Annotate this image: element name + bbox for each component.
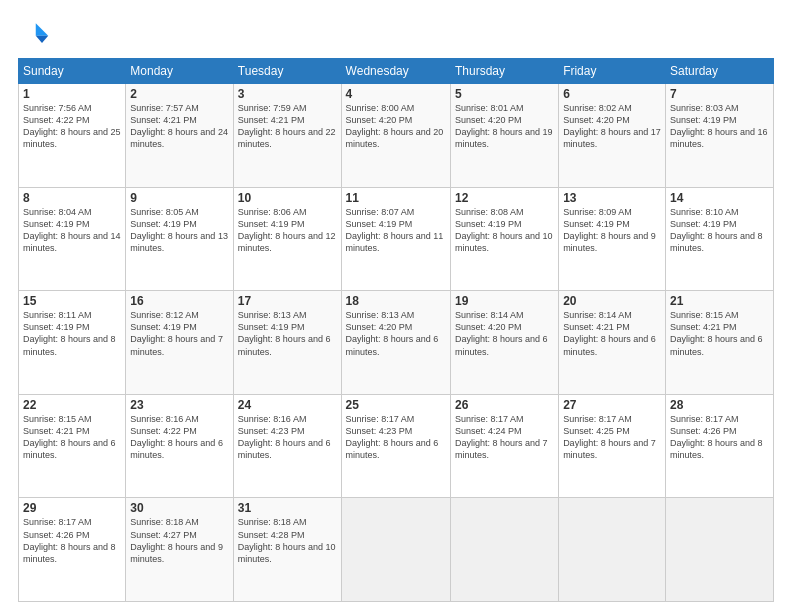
day-info: Sunrise: 7:57 AMSunset: 4:21 PMDaylight:… bbox=[130, 103, 228, 149]
day-cell: 25 Sunrise: 8:17 AMSunset: 4:23 PMDaylig… bbox=[341, 394, 450, 498]
day-info: Sunrise: 8:03 AMSunset: 4:19 PMDaylight:… bbox=[670, 103, 768, 149]
day-number: 22 bbox=[23, 398, 121, 412]
day-cell: 18 Sunrise: 8:13 AMSunset: 4:20 PMDaylig… bbox=[341, 291, 450, 395]
logo-icon bbox=[18, 18, 50, 50]
day-number: 24 bbox=[238, 398, 337, 412]
day-cell: 14 Sunrise: 8:10 AMSunset: 4:19 PMDaylig… bbox=[665, 187, 773, 291]
day-info: Sunrise: 8:18 AMSunset: 4:28 PMDaylight:… bbox=[238, 517, 336, 563]
day-info: Sunrise: 8:14 AMSunset: 4:20 PMDaylight:… bbox=[455, 310, 548, 356]
day-number: 4 bbox=[346, 87, 446, 101]
day-number: 12 bbox=[455, 191, 554, 205]
day-number: 26 bbox=[455, 398, 554, 412]
day-number: 15 bbox=[23, 294, 121, 308]
day-info: Sunrise: 8:06 AMSunset: 4:19 PMDaylight:… bbox=[238, 207, 336, 253]
weekday-header-friday: Friday bbox=[559, 59, 666, 84]
day-cell: 24 Sunrise: 8:16 AMSunset: 4:23 PMDaylig… bbox=[233, 394, 341, 498]
day-cell: 5 Sunrise: 8:01 AMSunset: 4:20 PMDayligh… bbox=[450, 84, 558, 188]
week-row-2: 8 Sunrise: 8:04 AMSunset: 4:19 PMDayligh… bbox=[19, 187, 774, 291]
day-cell: 20 Sunrise: 8:14 AMSunset: 4:21 PMDaylig… bbox=[559, 291, 666, 395]
day-cell: 4 Sunrise: 8:00 AMSunset: 4:20 PMDayligh… bbox=[341, 84, 450, 188]
day-info: Sunrise: 8:11 AMSunset: 4:19 PMDaylight:… bbox=[23, 310, 116, 356]
day-info: Sunrise: 8:15 AMSunset: 4:21 PMDaylight:… bbox=[670, 310, 763, 356]
day-cell: 19 Sunrise: 8:14 AMSunset: 4:20 PMDaylig… bbox=[450, 291, 558, 395]
day-cell bbox=[559, 498, 666, 602]
weekday-header-sunday: Sunday bbox=[19, 59, 126, 84]
day-cell: 17 Sunrise: 8:13 AMSunset: 4:19 PMDaylig… bbox=[233, 291, 341, 395]
weekday-header-wednesday: Wednesday bbox=[341, 59, 450, 84]
day-number: 8 bbox=[23, 191, 121, 205]
day-number: 1 bbox=[23, 87, 121, 101]
day-number: 3 bbox=[238, 87, 337, 101]
day-cell: 30 Sunrise: 8:18 AMSunset: 4:27 PMDaylig… bbox=[126, 498, 234, 602]
day-number: 25 bbox=[346, 398, 446, 412]
week-row-1: 1 Sunrise: 7:56 AMSunset: 4:22 PMDayligh… bbox=[19, 84, 774, 188]
day-number: 31 bbox=[238, 501, 337, 515]
day-info: Sunrise: 8:13 AMSunset: 4:19 PMDaylight:… bbox=[238, 310, 331, 356]
day-info: Sunrise: 8:17 AMSunset: 4:26 PMDaylight:… bbox=[670, 414, 763, 460]
day-number: 29 bbox=[23, 501, 121, 515]
page: SundayMondayTuesdayWednesdayThursdayFrid… bbox=[0, 0, 792, 612]
day-info: Sunrise: 7:59 AMSunset: 4:21 PMDaylight:… bbox=[238, 103, 336, 149]
day-number: 7 bbox=[670, 87, 769, 101]
day-cell: 26 Sunrise: 8:17 AMSunset: 4:24 PMDaylig… bbox=[450, 394, 558, 498]
day-number: 19 bbox=[455, 294, 554, 308]
day-info: Sunrise: 7:56 AMSunset: 4:22 PMDaylight:… bbox=[23, 103, 121, 149]
day-info: Sunrise: 8:13 AMSunset: 4:20 PMDaylight:… bbox=[346, 310, 439, 356]
day-cell: 15 Sunrise: 8:11 AMSunset: 4:19 PMDaylig… bbox=[19, 291, 126, 395]
calendar-table: SundayMondayTuesdayWednesdayThursdayFrid… bbox=[18, 58, 774, 602]
day-cell: 6 Sunrise: 8:02 AMSunset: 4:20 PMDayligh… bbox=[559, 84, 666, 188]
day-info: Sunrise: 8:15 AMSunset: 4:21 PMDaylight:… bbox=[23, 414, 116, 460]
day-number: 20 bbox=[563, 294, 661, 308]
week-row-4: 22 Sunrise: 8:15 AMSunset: 4:21 PMDaylig… bbox=[19, 394, 774, 498]
day-number: 2 bbox=[130, 87, 229, 101]
day-number: 6 bbox=[563, 87, 661, 101]
day-info: Sunrise: 8:16 AMSunset: 4:23 PMDaylight:… bbox=[238, 414, 331, 460]
day-number: 10 bbox=[238, 191, 337, 205]
day-number: 9 bbox=[130, 191, 229, 205]
day-cell: 3 Sunrise: 7:59 AMSunset: 4:21 PMDayligh… bbox=[233, 84, 341, 188]
day-cell: 1 Sunrise: 7:56 AMSunset: 4:22 PMDayligh… bbox=[19, 84, 126, 188]
day-info: Sunrise: 8:04 AMSunset: 4:19 PMDaylight:… bbox=[23, 207, 121, 253]
day-info: Sunrise: 8:07 AMSunset: 4:19 PMDaylight:… bbox=[346, 207, 444, 253]
day-info: Sunrise: 8:17 AMSunset: 4:23 PMDaylight:… bbox=[346, 414, 439, 460]
day-number: 18 bbox=[346, 294, 446, 308]
day-info: Sunrise: 8:01 AMSunset: 4:20 PMDaylight:… bbox=[455, 103, 553, 149]
weekday-header-monday: Monday bbox=[126, 59, 234, 84]
svg-marker-0 bbox=[36, 23, 48, 35]
day-cell: 31 Sunrise: 8:18 AMSunset: 4:28 PMDaylig… bbox=[233, 498, 341, 602]
day-info: Sunrise: 8:18 AMSunset: 4:27 PMDaylight:… bbox=[130, 517, 223, 563]
day-number: 13 bbox=[563, 191, 661, 205]
day-cell: 29 Sunrise: 8:17 AMSunset: 4:26 PMDaylig… bbox=[19, 498, 126, 602]
day-number: 30 bbox=[130, 501, 229, 515]
day-info: Sunrise: 8:12 AMSunset: 4:19 PMDaylight:… bbox=[130, 310, 223, 356]
day-number: 28 bbox=[670, 398, 769, 412]
day-cell: 23 Sunrise: 8:16 AMSunset: 4:22 PMDaylig… bbox=[126, 394, 234, 498]
day-number: 21 bbox=[670, 294, 769, 308]
day-cell: 28 Sunrise: 8:17 AMSunset: 4:26 PMDaylig… bbox=[665, 394, 773, 498]
day-cell bbox=[341, 498, 450, 602]
day-info: Sunrise: 8:05 AMSunset: 4:19 PMDaylight:… bbox=[130, 207, 228, 253]
day-number: 27 bbox=[563, 398, 661, 412]
day-info: Sunrise: 8:17 AMSunset: 4:25 PMDaylight:… bbox=[563, 414, 656, 460]
day-cell: 12 Sunrise: 8:08 AMSunset: 4:19 PMDaylig… bbox=[450, 187, 558, 291]
day-info: Sunrise: 8:00 AMSunset: 4:20 PMDaylight:… bbox=[346, 103, 444, 149]
header bbox=[18, 18, 774, 50]
svg-marker-1 bbox=[36, 36, 48, 43]
day-info: Sunrise: 8:09 AMSunset: 4:19 PMDaylight:… bbox=[563, 207, 656, 253]
day-cell: 27 Sunrise: 8:17 AMSunset: 4:25 PMDaylig… bbox=[559, 394, 666, 498]
logo bbox=[18, 18, 54, 50]
weekday-header-thursday: Thursday bbox=[450, 59, 558, 84]
day-number: 17 bbox=[238, 294, 337, 308]
day-cell: 9 Sunrise: 8:05 AMSunset: 4:19 PMDayligh… bbox=[126, 187, 234, 291]
day-cell bbox=[450, 498, 558, 602]
day-cell: 10 Sunrise: 8:06 AMSunset: 4:19 PMDaylig… bbox=[233, 187, 341, 291]
day-cell: 16 Sunrise: 8:12 AMSunset: 4:19 PMDaylig… bbox=[126, 291, 234, 395]
week-row-3: 15 Sunrise: 8:11 AMSunset: 4:19 PMDaylig… bbox=[19, 291, 774, 395]
day-info: Sunrise: 8:10 AMSunset: 4:19 PMDaylight:… bbox=[670, 207, 763, 253]
weekday-header-row: SundayMondayTuesdayWednesdayThursdayFrid… bbox=[19, 59, 774, 84]
day-cell: 7 Sunrise: 8:03 AMSunset: 4:19 PMDayligh… bbox=[665, 84, 773, 188]
day-cell bbox=[665, 498, 773, 602]
day-number: 23 bbox=[130, 398, 229, 412]
weekday-header-tuesday: Tuesday bbox=[233, 59, 341, 84]
day-cell: 22 Sunrise: 8:15 AMSunset: 4:21 PMDaylig… bbox=[19, 394, 126, 498]
